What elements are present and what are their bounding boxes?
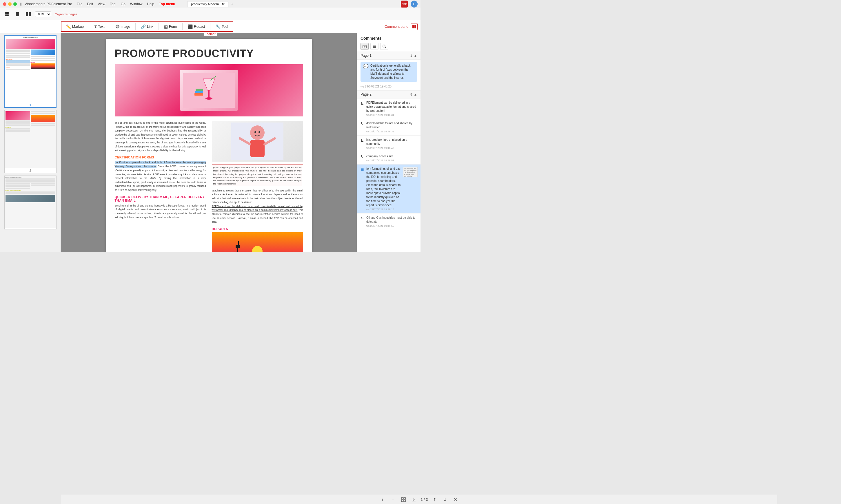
tool-icon: 🔧	[216, 24, 221, 29]
comment-p2-5-meta: ws 29/07/2021 19:49:16	[366, 208, 401, 211]
markup-button[interactable]: ✏️ Markup	[63, 23, 87, 30]
comment-p2-1-meta: ws 29/07/2021 19:48:31	[366, 113, 418, 116]
maximize-button[interactable]	[13, 2, 17, 6]
comment-highlighted-box: 💬 Certification is generally a back and …	[361, 62, 417, 82]
minimize-button[interactable]	[8, 2, 12, 6]
pdf-quicker-text: Sending mail in the oil and the gas indu…	[115, 204, 206, 219]
strike-icon-1: S	[360, 216, 365, 228]
collapse-icon-2: ▲	[414, 93, 417, 96]
svg-rect-16	[196, 89, 203, 91]
pdf-left-column: The oil and gas industry is one of the m…	[115, 121, 206, 252]
svg-rect-4	[16, 12, 19, 16]
svg-rect-7	[413, 25, 414, 29]
filter-list-button[interactable]	[370, 43, 379, 50]
close-button[interactable]	[3, 2, 6, 6]
page-num-1: 1	[5, 103, 56, 107]
image-button[interactable]: 🖼 Image	[112, 23, 134, 30]
pdf-link-text: PDFElement can be delivered in a quick d…	[212, 205, 303, 212]
new-tab-button[interactable]: +	[231, 2, 233, 6]
thumbnail-panel: PROMOTE PRODUCTIVITY CERTIFICATION	[0, 33, 61, 252]
form-label: Form	[169, 24, 177, 29]
menu-window[interactable]: Window	[130, 2, 143, 6]
comments-header: Comments	[357, 33, 421, 52]
menu-help[interactable]: Help	[147, 2, 155, 6]
secondary-toolbar: 85% Organize pages	[0, 8, 421, 20]
menu-go[interactable]: Go	[121, 2, 125, 6]
svg-rect-31	[363, 45, 366, 48]
comment-p2-3-body: ink, dropbox link, or placed on a commun…	[366, 138, 418, 149]
underline-icon-3: U	[360, 138, 365, 149]
redact-icon: ⬛	[188, 24, 193, 29]
toolbar-label: Toolbar	[204, 32, 216, 36]
main-toolbar: ✏️ Markup T Text 🖼 Image 🔗 Link ▦ Form ⬛…	[61, 21, 233, 32]
menu-edit[interactable]: Edit	[87, 2, 93, 6]
comment-pane-toggle[interactable]	[411, 23, 418, 30]
image-label: Image	[121, 24, 130, 29]
page1-header[interactable]: Page 1 1 ▲	[357, 52, 421, 60]
single-page-button[interactable]	[13, 11, 22, 18]
comment-item-p2-5: ◼ font formatting, oil and gas companies…	[357, 164, 421, 214]
comment-item-p2-3: U ink, dropbox link, or placed on a comm…	[357, 136, 421, 152]
comment-pane-area: Comment pane	[385, 23, 418, 30]
reports-title: REPORTS	[212, 227, 303, 231]
pdf-hero-image	[115, 64, 303, 116]
comments-title: Comments	[361, 36, 417, 40]
pdf-view[interactable]: PROMOTE PRODUCTIVITY	[61, 33, 357, 252]
redact-button[interactable]: ⬛ Redact	[184, 23, 208, 30]
svg-rect-5	[26, 12, 28, 16]
tab-area: productivity Modern Life +	[187, 1, 233, 7]
thumbnail-page-2[interactable]: DELEGATION 2	[4, 110, 56, 173]
comment-1-text: Certification is generally a back and fo…	[370, 64, 415, 80]
comment-p2-2-text: downloadable format and shared by wetran…	[366, 121, 418, 129]
menu-app[interactable]: Wondershare PDFelement Pro	[24, 2, 72, 6]
filter-comment-button[interactable]	[361, 43, 369, 50]
svg-rect-0	[5, 12, 7, 14]
comment-p2-3-meta: ws 29/07/2021 19:48:40	[366, 147, 418, 149]
menu-view[interactable]: View	[98, 2, 105, 6]
separator	[89, 23, 89, 30]
comment-note-icon: 💬	[363, 64, 369, 69]
document-tab[interactable]: productivity Modern Life	[187, 1, 229, 7]
page1-label: Page 1	[361, 54, 371, 58]
comment-p2-1-body: PDFElement can be delivered in a quick d…	[366, 101, 418, 116]
comment-1-meta: ws 29/07/2021 19:48:20	[361, 85, 391, 88]
tab-title: productivity Modern Life	[191, 2, 225, 6]
text-button[interactable]: T Text	[91, 23, 108, 30]
organize-pages-button[interactable]: Organize pages	[55, 13, 77, 16]
collapse-icon: ▲	[414, 54, 417, 57]
apple-logo-icon: 	[20, 2, 22, 6]
comment-p2-5-text: font formatting, oil and gas companies c…	[366, 167, 401, 208]
link-button[interactable]: 🔗 Link	[137, 23, 157, 30]
thumbnail-page-1[interactable]: PROMOTE PRODUCTIVITY CERTIFICATION	[4, 35, 56, 108]
comment-item-p2-2: U downloadable format and shared by wetr…	[357, 119, 421, 136]
text-label: Text	[98, 24, 105, 29]
person-image	[212, 121, 303, 162]
form-button[interactable]: ▦ Form	[160, 23, 180, 30]
underline-icon-2: U	[360, 122, 365, 133]
svg-point-35	[383, 45, 385, 47]
user-avatar[interactable]: U	[411, 1, 418, 7]
zoom-selector[interactable]: 85%	[35, 11, 51, 17]
menu-tool[interactable]: Tool	[110, 2, 116, 6]
menu-top[interactable]: Top menu	[159, 2, 175, 6]
page2-section: Page 2 8 ▲ U PDFElement can be delivered…	[357, 91, 421, 230]
menu-file[interactable]: File	[77, 2, 82, 6]
annotation-text: you to integrate your graphs and data in…	[213, 166, 302, 186]
svg-point-23	[259, 131, 260, 133]
search-comments-button[interactable]	[380, 43, 388, 50]
image-icon: 🖼	[115, 24, 119, 29]
comment-item-p2-1: U PDFElement can be delivered in a quick…	[357, 98, 421, 119]
thumbnail-page-3[interactable]: allows the company to access information…	[4, 176, 56, 229]
page1-section: Page 1 1 ▲ 💬 Certification is generally …	[357, 52, 421, 91]
svg-point-18	[250, 125, 265, 140]
link-icon: 🔗	[141, 24, 146, 29]
grid-view-button[interactable]	[2, 11, 12, 18]
page2-header[interactable]: Page 2 8 ▲	[357, 91, 421, 98]
tool-button[interactable]: 🔧 Tool	[212, 23, 231, 30]
pdf-main-title: PROMOTE PRODUCTIVITY	[115, 48, 303, 60]
svg-rect-14	[194, 93, 203, 95]
svg-rect-15	[195, 91, 203, 93]
comment-p2-5-body: font formatting, oil and gas companies c…	[366, 167, 401, 211]
certification-title: CERTIFICATION FORMS	[115, 156, 206, 159]
dual-page-button[interactable]	[23, 11, 34, 18]
